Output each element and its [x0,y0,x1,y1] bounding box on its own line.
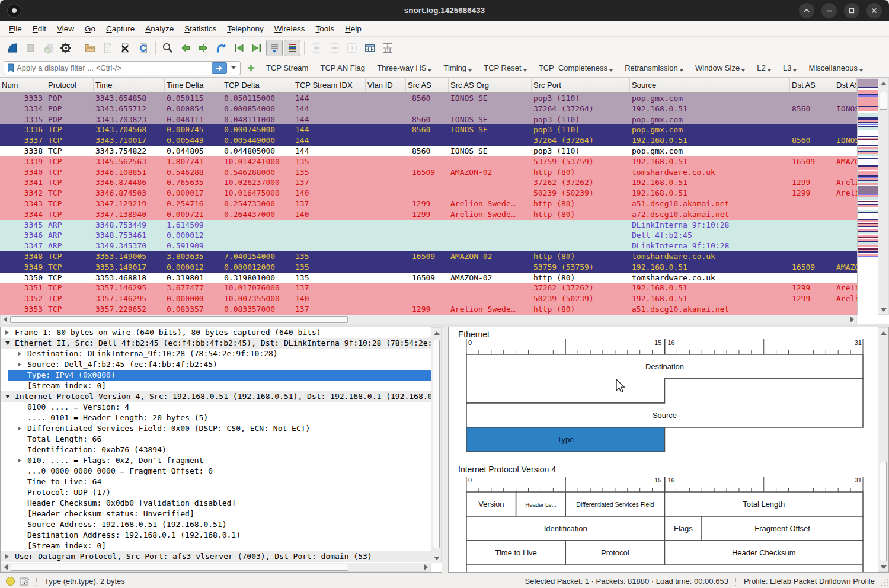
detail-row[interactable]: [Header checksum status: Unverified] [1,509,431,519]
packet-row[interactable]: 3338TCP3343.7548220.0448050.044805000144… [0,146,857,156]
go-to-packet-button[interactable] [213,40,229,56]
column-header-src-port[interactable]: Src Port [532,78,630,92]
filter-button-tcp-an-flag[interactable]: TCP AN Flag [320,63,365,72]
minimize-button[interactable] [821,3,837,18]
packet-row[interactable]: 3342TCP3346.8745030.00001710.01647500014… [0,188,857,199]
shade-button[interactable] [799,3,814,18]
detail-row[interactable]: Destination Address: 192.168.0.1 (192.16… [1,530,431,541]
packet-list-hscrollbar[interactable] [0,315,857,324]
filter-button-three-way-hs[interactable]: Three-way HS [377,63,431,72]
filter-button-timing[interactable]: Timing [444,63,472,72]
detail-row[interactable]: Protocol: UDP (17) [1,487,431,498]
display-filter-input[interactable] [15,63,212,73]
column-header-protocol[interactable]: Protocol [46,78,94,92]
packet-row[interactable]: 3337TCP3343.7100170.0054490.005449000144… [0,135,857,146]
detail-row[interactable]: Type: IPv4 (0x0800) [1,370,431,381]
column-header-dst-as[interactable]: Dst AS [790,78,834,92]
scroll-left-icon[interactable] [4,317,7,322]
packet-row[interactable]: 3335POP3343.7038230.0481110.048111000144… [0,114,857,125]
detail-row[interactable]: Header Checksum: 0x0db0 [validation disa… [1,498,431,509]
menu-capture[interactable]: Capture [101,22,140,36]
detail-row[interactable]: .... 0101 = Header Length: 20 bytes (5) [1,413,431,423]
filter-button-tcp-reset[interactable]: TCP Reset [484,63,526,72]
packet-row[interactable]: 3349TCP3353.1490170.0000120.000012000135… [0,262,857,273]
filter-button-retransmission[interactable]: Retransmission [625,63,683,72]
file-close-button[interactable] [117,40,134,56]
apply-filter-button[interactable] [212,62,227,74]
detail-row[interactable]: Destination: DLinkInterna_9f:10:28 (78:5… [1,349,431,359]
detail-row[interactable]: ...0 0000 0000 0000 = Fragment Offset: 0 [1,466,431,477]
detail-row[interactable]: [Stream index: 0] [1,381,431,391]
go-last-button[interactable] [248,40,265,56]
menu-help[interactable]: Help [340,22,367,36]
profile-text[interactable]: Profile: Elelab Packet Drilldown Profile [744,577,875,586]
packet-row[interactable]: 3341TCP3346.8744860.76563510.02623700013… [0,177,857,188]
diagram-vscroll-thumb[interactable] [880,462,887,561]
resize-columns-button[interactable] [362,40,378,56]
resize-grip[interactable] [880,579,888,587]
expander-collapsed-icon[interactable] [18,349,27,360]
filter-history-caret-icon[interactable] [231,66,236,69]
detail-row[interactable]: Source: Dell_4f:b2:45 (ec:f4:bb:4f:b2:45… [1,359,431,370]
packet-row[interactable]: 3345ARP3348.7534491.614509DLinkInterna_9… [0,220,857,231]
menu-statistics[interactable]: Statistics [179,22,222,36]
details-vscrollbar[interactable] [431,327,442,563]
detail-row[interactable]: Frame 1: 80 bytes on wire (640 bits), 80… [1,327,431,338]
packet-row[interactable]: 3348TCP3353.1490053.8036357.040154000135… [0,251,857,262]
scroll-down-icon[interactable] [881,565,887,569]
packet-diagram[interactable]: 0151631DestinationSourceType0151631Versi… [449,327,878,572]
packet-row[interactable]: 3334POP3343.6557120.0008540.000854000144… [0,104,857,114]
find-packet-button[interactable] [159,40,176,56]
scroll-down-icon[interactable] [881,308,887,312]
auto-scroll-button[interactable] [266,40,283,56]
column-header-num[interactable]: Num [0,78,46,92]
detail-row[interactable]: [Stream index: 0] [1,541,431,551]
packet-row[interactable]: 3351TCP3357.1462953.67747710.01707600013… [0,283,857,293]
menu-view[interactable]: View [52,22,79,36]
expander-collapsed-icon[interactable] [18,360,27,370]
column-header-tcp-stream-idx[interactable]: TCP Stream IDX [293,78,366,92]
capture-comment-icon[interactable] [20,577,29,586]
scroll-down-icon[interactable] [434,557,440,560]
detail-row[interactable]: Ethernet II, Src: Dell_4f:b2:45 (ec:f4:b… [1,338,431,349]
scroll-up-icon[interactable] [881,82,887,85]
packet-row[interactable]: 3344TCP3347.1389400.0097210.264437000140… [0,209,857,220]
column-header-time-delta[interactable]: Time Delta [165,78,222,92]
column-header-vlan-id[interactable]: Vlan ID [366,78,406,92]
packet-row[interactable]: 3333POP3343.6548580.0501150.050115000144… [0,93,857,104]
detail-row[interactable]: Time to Live: 64 [1,477,431,487]
packet-row[interactable]: 3350TCP3353.4688180.3198010.319801000135… [0,273,857,283]
packet-row[interactable]: 3352TCP3357.1462950.00000010.00735500014… [0,293,857,304]
file-reload-button[interactable] [135,40,152,56]
column-header-src-as[interactable]: Src AS [406,78,449,92]
go-first-button[interactable] [231,40,247,56]
expander-expanded-icon[interactable] [5,338,15,349]
expander-collapsed-icon[interactable] [5,328,15,338]
scroll-up-icon[interactable] [881,331,887,335]
colorize-button[interactable] [284,40,300,56]
scroll-right-icon[interactable] [850,317,854,322]
layout-button[interactable]: 123 [379,40,396,56]
menu-edit[interactable]: Edit [27,22,52,36]
packet-row[interactable]: 3339TCP3345.5625631.80774110.01424100013… [0,156,857,167]
menu-analyze[interactable]: Analyze [140,22,179,36]
menu-telephony[interactable]: Telephony [222,22,269,36]
expander-collapsed-icon[interactable] [5,552,15,563]
expert-info-icon[interactable] [6,577,15,586]
detail-row[interactable]: 010. .... = Flags: 0x2, Don't fragment [1,455,431,466]
detail-row[interactable]: Differentiated Services Field: 0x00 (DSC… [1,423,431,434]
menu-go[interactable]: Go [79,22,101,36]
packet-list-vscroll-thumb[interactable] [880,92,887,110]
details-hscrollbar[interactable] [1,563,431,572]
scroll-right-icon[interactable] [424,564,428,570]
column-header-src-as-org[interactable]: Src AS Org [449,78,532,92]
packet-list-vscrollbar[interactable] [878,78,889,315]
maximize-button[interactable] [844,3,859,18]
packet-list-hscroll-thumb[interactable] [10,316,348,323]
expander-collapsed-icon[interactable] [18,424,27,434]
expander-expanded-icon[interactable] [5,392,15,402]
expander-collapsed-icon[interactable] [18,456,27,466]
menu-wireless[interactable]: Wireless [269,22,311,36]
detail-row[interactable]: User Datagram Protocol, Src Port: afs3-v… [1,551,431,562]
column-header-tcp-delta[interactable]: TCP Delta [222,78,293,92]
